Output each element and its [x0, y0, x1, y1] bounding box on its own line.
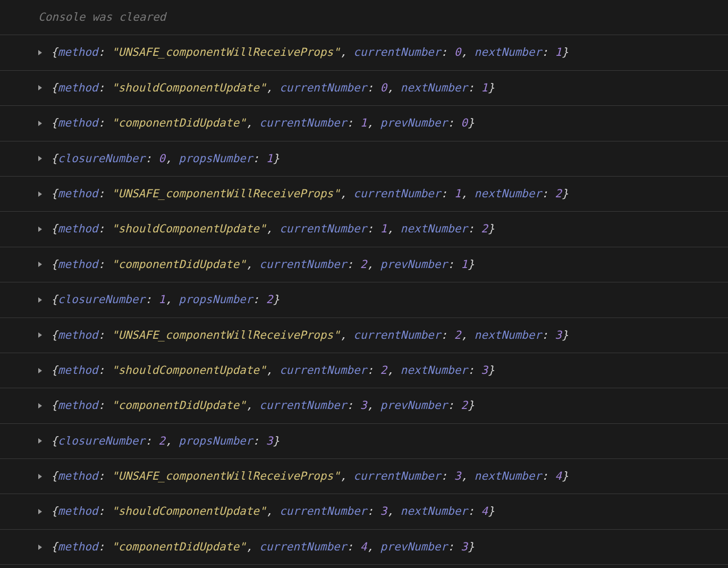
- console-log-row[interactable]: {method: "shouldComponentUpdate", curren…: [0, 71, 728, 106]
- colon: :: [447, 540, 461, 553]
- console-log-row[interactable]: {closureNumber: 0, propsNumber: 1}: [0, 141, 728, 177]
- object-key: method: [58, 329, 98, 341]
- comma: ,: [367, 258, 380, 271]
- object-number-value: 1: [158, 293, 165, 306]
- object-number-value: 2: [266, 293, 273, 306]
- object-string-value: "componentDidUpdate": [112, 540, 246, 553]
- colon: :: [541, 329, 555, 341]
- object-number-value: 4: [360, 540, 367, 553]
- object-number-value: 2: [158, 435, 165, 447]
- colon: :: [367, 222, 380, 235]
- console-log-row[interactable]: {method: "shouldComponentUpdate", curren…: [0, 353, 728, 388]
- brace-open: {: [51, 116, 58, 129]
- comma: ,: [340, 470, 353, 482]
- log-object: {method: "shouldComponentUpdate", curren…: [51, 505, 495, 517]
- console-log-row[interactable]: {closureNumber: 1, propsNumber: 2}: [0, 282, 728, 318]
- brace-open: {: [51, 187, 58, 200]
- object-number-value: 2: [454, 329, 461, 341]
- colon: :: [98, 329, 112, 341]
- expand-arrow-icon[interactable]: [38, 156, 42, 161]
- object-key: nextNumber: [475, 470, 541, 482]
- brace-close: }: [273, 435, 280, 447]
- brace-close: }: [488, 222, 495, 235]
- expand-arrow-icon[interactable]: [38, 509, 42, 514]
- object-number-value: 1: [461, 258, 468, 271]
- object-number-value: 0: [454, 46, 461, 59]
- object-number-value: 3: [555, 329, 562, 341]
- console-log-row[interactable]: {method: "UNSAFE_componentWillReceivePro…: [0, 459, 728, 494]
- object-key: propsNumber: [179, 152, 252, 165]
- expand-arrow-icon[interactable]: [38, 297, 42, 303]
- object-key: prevNumber: [380, 540, 447, 553]
- expand-arrow-icon[interactable]: [38, 545, 42, 550]
- brace-close: }: [468, 540, 475, 553]
- object-number-value: 4: [555, 470, 562, 482]
- object-key: currentNumber: [280, 364, 367, 377]
- console-log-row[interactable]: {method: "UNSAFE_componentWillReceivePro…: [0, 177, 728, 212]
- console-log-row[interactable]: {method: "componentDidUpdate", currentNu…: [0, 106, 728, 141]
- object-number-value: 3: [454, 470, 461, 482]
- brace-close: }: [562, 46, 569, 59]
- log-object: {method: "UNSAFE_componentWillReceivePro…: [51, 46, 569, 59]
- comma: ,: [367, 116, 380, 129]
- colon: :: [346, 116, 360, 129]
- object-key: nextNumber: [401, 364, 468, 377]
- object-number-value: 3: [266, 435, 273, 447]
- colon: :: [541, 46, 555, 59]
- comma: ,: [461, 46, 474, 59]
- object-number-value: 0: [461, 116, 468, 129]
- cleared-text: Console was cleared: [38, 11, 166, 23]
- object-number-value: 1: [454, 187, 461, 200]
- expand-arrow-icon[interactable]: [38, 121, 42, 126]
- colon: :: [441, 329, 454, 341]
- object-key: method: [58, 46, 98, 59]
- object-string-value: "componentDidUpdate": [112, 116, 246, 129]
- expand-arrow-icon[interactable]: [38, 50, 42, 55]
- colon: :: [98, 81, 112, 94]
- console-log-row[interactable]: {closureNumber: 2, propsNumber: 3}: [0, 424, 728, 459]
- object-key: closureNumber: [58, 293, 145, 306]
- console-log-row[interactable]: {method: "componentDidUpdate", currentNu…: [0, 247, 728, 282]
- comma: ,: [387, 364, 400, 377]
- expand-arrow-icon[interactable]: [38, 403, 42, 408]
- brace-close: }: [273, 152, 280, 165]
- expand-arrow-icon[interactable]: [38, 262, 42, 267]
- console-log-row[interactable]: {method: "UNSAFE_componentWillReceivePro…: [0, 35, 728, 70]
- comma: ,: [461, 187, 474, 200]
- console-log-row[interactable]: {method: "componentDidUpdate", currentNu…: [0, 530, 728, 565]
- object-key: method: [58, 116, 98, 129]
- expand-arrow-icon[interactable]: [38, 368, 42, 373]
- colon: :: [346, 540, 360, 553]
- log-object: {method: "UNSAFE_componentWillReceivePro…: [51, 329, 569, 341]
- expand-arrow-icon[interactable]: [38, 85, 42, 90]
- brace-open: {: [51, 364, 58, 377]
- log-object: {closureNumber: 2, propsNumber: 3}: [51, 435, 280, 447]
- object-key: propsNumber: [179, 293, 252, 306]
- object-key: currentNumber: [259, 116, 346, 129]
- expand-arrow-icon[interactable]: [38, 227, 42, 232]
- comma: ,: [266, 81, 280, 94]
- colon: :: [468, 81, 481, 94]
- expand-arrow-icon[interactable]: [38, 332, 42, 338]
- brace-open: {: [51, 81, 58, 94]
- colon: :: [145, 435, 158, 447]
- colon: :: [252, 293, 266, 306]
- comma: ,: [165, 293, 179, 306]
- colon: :: [252, 435, 266, 447]
- comma: ,: [367, 540, 380, 553]
- brace-close: }: [468, 258, 475, 271]
- console-log-row[interactable]: {method: "UNSAFE_componentWillReceivePro…: [0, 318, 728, 353]
- comma: ,: [387, 81, 400, 94]
- object-string-value: "componentDidUpdate": [112, 258, 246, 271]
- expand-arrow-icon[interactable]: [38, 474, 42, 479]
- expand-arrow-icon[interactable]: [38, 191, 42, 197]
- expand-arrow-icon[interactable]: [38, 438, 42, 444]
- object-string-value: "UNSAFE_componentWillReceiveProps": [112, 470, 340, 482]
- object-number-value: 4: [481, 505, 488, 517]
- console-log-row[interactable]: {method: "shouldComponentUpdate", curren…: [0, 212, 728, 247]
- object-key: method: [58, 222, 98, 235]
- console-log-row[interactable]: {method: "componentDidUpdate", currentNu…: [0, 388, 728, 423]
- log-object: {method: "componentDidUpdate", currentNu…: [51, 399, 475, 412]
- console-log-row[interactable]: {method: "shouldComponentUpdate", curren…: [0, 494, 728, 529]
- colon: :: [541, 187, 555, 200]
